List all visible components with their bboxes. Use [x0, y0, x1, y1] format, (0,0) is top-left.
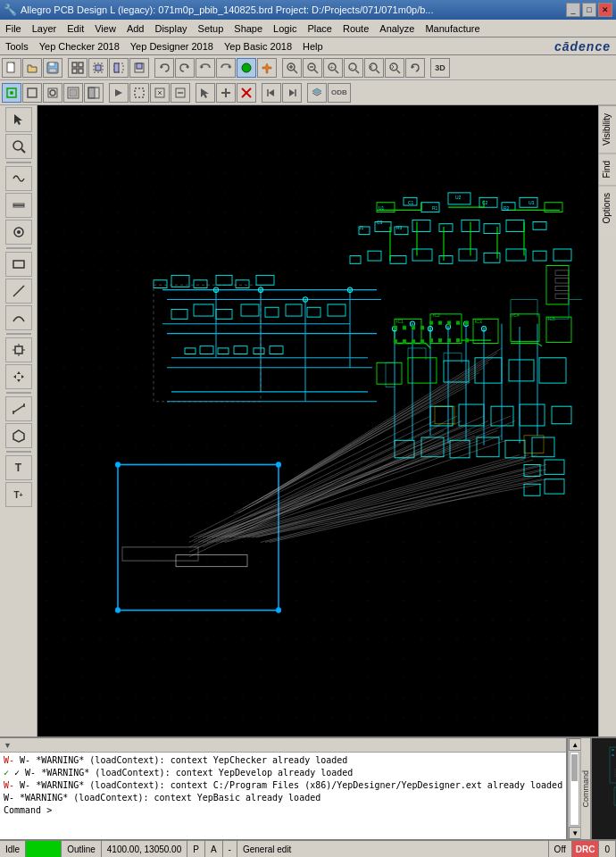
lt-move-button[interactable]: [5, 364, 32, 389]
visibility-tab[interactable]: Visibility: [599, 105, 616, 153]
tb1-undo2[interactable]: [196, 58, 215, 78]
tb1-4[interactable]: [129, 58, 149, 78]
lt-shape-button[interactable]: [5, 252, 32, 277]
snap-off-button[interactable]: [22, 83, 42, 103]
lt-via-button[interactable]: [5, 220, 32, 245]
redo-button[interactable]: [175, 58, 195, 78]
snap-grid-button[interactable]: [68, 58, 87, 78]
svg-rect-6: [72, 69, 77, 73]
zoom-in-box-button[interactable]: [282, 58, 302, 78]
menu-manufacture[interactable]: Manufacture: [420, 21, 485, 36]
tb2-minus-button[interactable]: [171, 83, 190, 103]
tb2-box-button[interactable]: [129, 83, 149, 103]
zoom-next-button[interactable]: [385, 58, 404, 78]
svg-rect-295: [403, 339, 406, 343]
tb2-add-button[interactable]: [216, 83, 236, 103]
menu-help[interactable]: Help: [297, 39, 329, 54]
svg-rect-301: [456, 320, 460, 324]
status-p-indicator: P: [187, 841, 205, 857]
menu-analyze[interactable]: Analyze: [374, 21, 420, 36]
odb-button[interactable]: ODB: [328, 83, 351, 103]
pcb-canvas[interactable]: U1 C1 R1 U2 C2 R2 U3 J1 C3 R3 IC1 IC2 IC…: [37, 105, 598, 736]
status-a-indicator: A: [205, 841, 223, 857]
console-scroll[interactable]: W- W- *WARNING* (loadContext): context Y…: [0, 753, 566, 839]
refresh-button[interactable]: [405, 58, 425, 78]
tb2-right-button[interactable]: [282, 83, 302, 103]
open-button[interactable]: [22, 58, 42, 78]
lt-line-button[interactable]: [5, 279, 32, 304]
menu-file[interactable]: File: [0, 21, 27, 36]
close-button[interactable]: ✕: [598, 3, 612, 17]
bottom-area: ▼ W- W- *WARNING* (loadContext): context…: [0, 736, 616, 839]
lt-measure-button[interactable]: [5, 396, 32, 421]
menu-yep-checker[interactable]: Yep Checker 2018: [34, 39, 125, 54]
tb2-5-button[interactable]: [84, 83, 104, 103]
scroll-track[interactable]: [570, 752, 579, 826]
svg-point-283: [349, 289, 351, 291]
svg-rect-69: [13, 261, 24, 268]
3d-view-button[interactable]: 3D: [430, 58, 450, 78]
lt-text-add-button[interactable]: T+: [5, 482, 32, 507]
snap-on-button[interactable]: [2, 83, 21, 103]
svg-marker-60: [289, 89, 295, 96]
status-off: Off: [549, 841, 572, 857]
lt-route-button[interactable]: [5, 193, 32, 218]
tb2-delete-button[interactable]: [237, 83, 256, 103]
lt-add-line-button[interactable]: [5, 166, 32, 191]
maximize-button[interactable]: □: [582, 3, 596, 17]
tb1-3[interactable]: [109, 58, 129, 78]
menu-display[interactable]: Display: [149, 21, 192, 36]
menu-view[interactable]: View: [89, 21, 121, 36]
svg-point-89: [115, 607, 121, 613]
menu-yep-basic[interactable]: Yep Basic 2018: [219, 39, 297, 54]
tb2-arrow-button[interactable]: [109, 83, 129, 103]
lt-3d-button[interactable]: [5, 423, 32, 448]
menu-logic[interactable]: Logic: [268, 21, 302, 36]
svg-rect-292: [412, 326, 415, 329]
tb2-cross-button[interactable]: [150, 83, 170, 103]
menu-shape[interactable]: Shape: [229, 21, 268, 36]
pin-button[interactable]: [257, 58, 277, 78]
command-label-panel: Command: [580, 738, 590, 839]
console-line-1: W- W- *WARNING* (loadContext): context Y…: [4, 754, 562, 767]
svg-text:C1: C1: [408, 200, 413, 205]
find-tab[interactable]: Find: [599, 153, 616, 185]
scroll-thumb[interactable]: [571, 754, 578, 781]
lt-zoom-button[interactable]: [5, 134, 32, 159]
menu-tools[interactable]: Tools: [0, 39, 34, 54]
menu-yep-designer[interactable]: Yep Designer 2018: [125, 39, 219, 54]
tb2-4-button[interactable]: [63, 83, 83, 103]
tb2-cursor-button[interactable]: [196, 83, 215, 103]
tb1-redo2[interactable]: [216, 58, 236, 78]
scroll-up-button[interactable]: ▲: [569, 738, 581, 751]
svg-rect-305: [447, 338, 451, 342]
menu-add[interactable]: Add: [121, 21, 150, 36]
lt-place-button[interactable]: [5, 337, 32, 362]
menu-place[interactable]: Place: [302, 21, 337, 36]
menu-layer[interactable]: Layer: [27, 21, 62, 36]
new-button[interactable]: [2, 58, 21, 78]
svg-line-70: [13, 286, 24, 296]
tb2-left-button[interactable]: [262, 83, 281, 103]
select-all-button[interactable]: [88, 58, 108, 78]
tb2-layer-button[interactable]: [307, 83, 327, 103]
zoom-out-button[interactable]: -: [344, 58, 363, 78]
menu-setup[interactable]: Setup: [193, 21, 229, 36]
zoom-fit-button[interactable]: [303, 58, 322, 78]
undo-button[interactable]: [154, 58, 174, 78]
snap-custom-button[interactable]: [43, 83, 62, 103]
menu-bar2: Tools Yep Checker 2018 Yep Designer 2018…: [0, 37, 616, 55]
menu-edit[interactable]: Edit: [62, 21, 89, 36]
menu-route[interactable]: Route: [337, 21, 374, 36]
save-button[interactable]: [43, 58, 62, 78]
zoom-prev-button[interactable]: [364, 58, 384, 78]
lt-select-button[interactable]: [5, 107, 32, 132]
lt-arc-button[interactable]: [5, 305, 32, 330]
options-tab[interactable]: Options: [599, 185, 616, 230]
lt-text-button[interactable]: T: [5, 455, 32, 480]
canvas-area[interactable]: U1 C1 R1 U2 C2 R2 U3 J1 C3 R3 IC1 IC2 IC…: [37, 105, 598, 736]
run-button[interactable]: [237, 58, 256, 78]
scroll-down-button[interactable]: ▼: [569, 827, 581, 839]
minimize-button[interactable]: _: [566, 3, 580, 17]
zoom-in-button[interactable]: +: [323, 58, 343, 78]
